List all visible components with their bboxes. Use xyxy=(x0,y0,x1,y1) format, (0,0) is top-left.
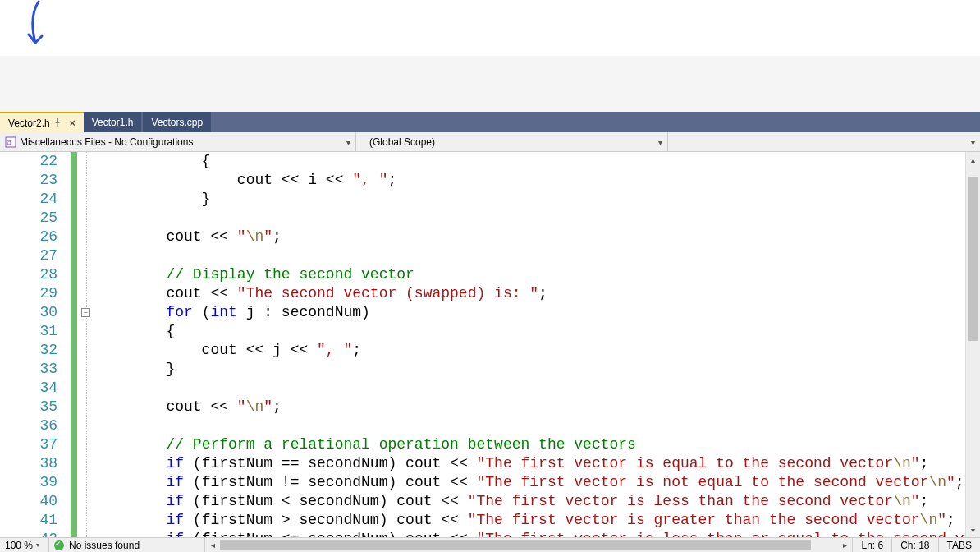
line-number: 23 xyxy=(0,171,57,190)
line-number: 34 xyxy=(0,379,57,398)
tab-vector1-h[interactable]: Vector1.h xyxy=(84,112,142,132)
code-line[interactable] xyxy=(95,209,965,228)
issues-indicator[interactable]: No issues found xyxy=(49,538,205,552)
pin-icon[interactable] xyxy=(53,117,62,129)
code-line[interactable]: for (int j : secondNum) xyxy=(95,303,965,322)
code-line[interactable]: cout << "The second vector (swapped) is:… xyxy=(95,284,965,303)
code-line[interactable]: } xyxy=(95,190,965,209)
code-line[interactable]: cout << "\n"; xyxy=(95,398,965,416)
issues-text: No issues found xyxy=(69,540,140,551)
line-number: 41 xyxy=(0,511,57,530)
code-line[interactable] xyxy=(95,246,965,265)
document-tab-bar: Vector2.h × Vector1.h Vectors.cpp xyxy=(0,112,980,132)
line-number: 31 xyxy=(0,322,57,341)
change-margin xyxy=(71,152,77,537)
scroll-up-arrow[interactable]: ▴ xyxy=(966,152,980,167)
code-line[interactable]: cout << "\n"; xyxy=(95,228,965,246)
close-icon[interactable]: × xyxy=(70,117,76,129)
line-number: 24 xyxy=(0,190,57,209)
text-editor-surface[interactable]: { cout << i << ", "; } cout << "\n"; // … xyxy=(95,152,965,537)
line-number: 35 xyxy=(0,398,57,416)
code-line[interactable]: if (firstNum != secondNum) cout << "The … xyxy=(95,473,965,492)
line-number: 29 xyxy=(0,284,57,303)
dropdown-label: (Global Scope) xyxy=(361,136,435,148)
chevron-down-icon: ▾ xyxy=(36,541,39,549)
code-line[interactable] xyxy=(95,379,965,398)
vertical-scrollbar[interactable]: ▴ ▾ xyxy=(965,152,980,537)
cpp-file-icon: ⧉ xyxy=(5,136,16,148)
line-number: 26 xyxy=(0,228,57,246)
line-number: 32 xyxy=(0,341,57,360)
outline-guideline xyxy=(86,152,87,537)
horizontal-scroll-thumb[interactable] xyxy=(220,540,811,550)
line-number: 28 xyxy=(0,265,57,284)
line-number: 38 xyxy=(0,454,57,473)
horizontal-scrollbar[interactable]: ◂ ▸ xyxy=(205,538,852,552)
member-dropdown[interactable]: ▾ xyxy=(668,132,980,151)
indent-mode-indicator[interactable]: TABS xyxy=(938,538,980,552)
tab-vector2-h[interactable]: Vector2.h × xyxy=(0,112,84,132)
tab-label: Vector2.h xyxy=(8,117,50,129)
navigation-bar: ⧉ Miscellaneous Files - No Configuration… xyxy=(0,132,980,152)
check-circle-icon xyxy=(54,540,64,550)
code-line[interactable] xyxy=(95,416,965,435)
chevron-down-icon: ▾ xyxy=(658,137,662,146)
code-line[interactable]: { xyxy=(95,152,965,171)
line-number: 25 xyxy=(0,209,57,228)
column-indicator[interactable]: Ch: 18 xyxy=(891,538,937,552)
tab-label: Vector1.h xyxy=(92,117,134,128)
line-number: 39 xyxy=(0,473,57,492)
line-number: 22 xyxy=(0,152,57,171)
editor-top-blank xyxy=(0,0,980,56)
code-line[interactable]: // Perform a relational operation betwee… xyxy=(95,435,965,454)
dropdown-label: Miscellaneous Files - No Configurations xyxy=(20,136,193,148)
line-number: 36 xyxy=(0,416,57,435)
scroll-left-arrow[interactable]: ◂ xyxy=(205,538,220,552)
chevron-down-icon: ▾ xyxy=(346,137,350,146)
code-line[interactable]: { xyxy=(95,322,965,341)
line-number: 27 xyxy=(0,246,57,265)
code-line[interactable]: cout << i << ", "; xyxy=(95,171,965,190)
tab-label: Vectors.cpp xyxy=(151,117,203,128)
project-scope-dropdown[interactable]: ⧉ Miscellaneous Files - No Configuration… xyxy=(0,132,356,151)
code-line[interactable]: if (firstNum < secondNum) cout << "The f… xyxy=(95,492,965,511)
chevron-down-icon: ▾ xyxy=(971,137,975,146)
caret-position-group: Ln: 6 Ch: 18 TABS xyxy=(852,538,980,552)
code-line[interactable]: if (firstNum == secondNum) cout << "The … xyxy=(95,454,965,473)
code-line[interactable]: cout << j << ", "; xyxy=(95,341,965,360)
editor-status-bar: 100 % ▾ No issues found ◂ ▸ Ln: 6 Ch: 18… xyxy=(0,537,980,552)
zoom-dropdown[interactable]: 100 % ▾ xyxy=(0,538,49,552)
vertical-scroll-thumb[interactable] xyxy=(968,177,978,341)
svg-text:⧉: ⧉ xyxy=(7,139,12,147)
scope-dropdown[interactable]: (Global Scope) ▾ xyxy=(356,132,668,151)
code-line[interactable]: // Display the second vector xyxy=(95,265,965,284)
scroll-down-arrow[interactable]: ▾ xyxy=(966,522,980,537)
scroll-right-arrow[interactable]: ▸ xyxy=(837,538,852,552)
line-number: 30 xyxy=(0,303,57,322)
line-number: 33 xyxy=(0,360,57,379)
code-line[interactable]: if (firstNum > secondNum) cout << "The f… xyxy=(95,511,965,530)
outlining-margin: − xyxy=(77,152,95,537)
code-line[interactable]: if (firstNum <= secondNum) cout << "The … xyxy=(95,530,965,537)
code-line[interactable]: } xyxy=(95,360,965,379)
line-number: 40 xyxy=(0,492,57,511)
zoom-value: 100 % xyxy=(5,540,33,551)
fold-toggle[interactable]: − xyxy=(81,308,90,317)
tab-vectors-cpp[interactable]: Vectors.cpp xyxy=(143,112,211,132)
line-number-gutter: 2223242526272829303132333435363738394041… xyxy=(0,152,71,537)
line-indicator[interactable]: Ln: 6 xyxy=(852,538,891,552)
code-editor: 2223242526272829303132333435363738394041… xyxy=(0,152,980,537)
line-number: 37 xyxy=(0,435,57,454)
